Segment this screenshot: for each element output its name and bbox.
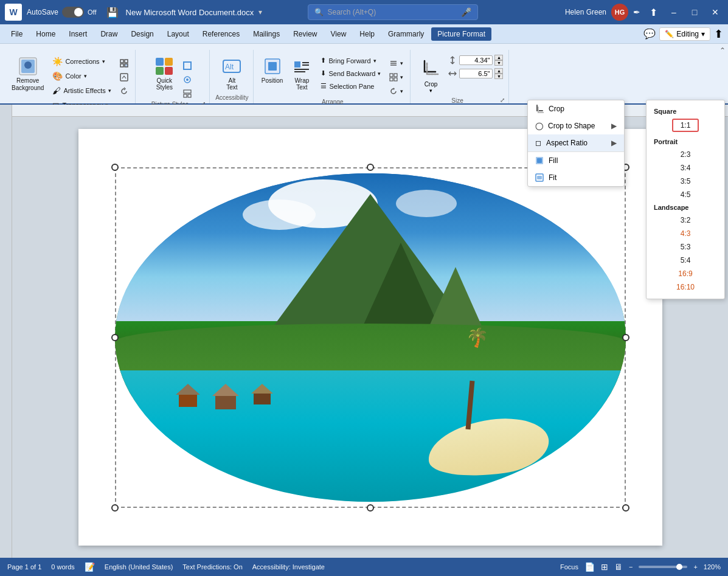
handle-middle-right[interactable] — [622, 334, 629, 341]
search-bar[interactable]: 🔍 Search (Alt+Q) 🎤 — [308, 4, 478, 20]
menu-insert[interactable]: Insert — [63, 27, 93, 41]
width-up[interactable]: ▲ — [494, 68, 503, 74]
close-btn[interactable]: ✕ — [707, 4, 723, 20]
fill-icon — [535, 156, 544, 165]
handle-bottom-left[interactable] — [111, 504, 119, 512]
height-up[interactable]: ▲ — [494, 55, 503, 60]
pen-icon[interactable]: ✒ — [633, 7, 640, 17]
menu-home[interactable]: Home — [30, 27, 61, 41]
language[interactable]: English (United States) — [105, 563, 173, 571]
crop-btn[interactable]: Crop ▾ — [417, 55, 444, 96]
handle-middle-left[interactable] — [111, 334, 119, 341]
corrections-btn[interactable]: ☀️ Corrections ▾ — [49, 55, 114, 68]
aspect-ratio-item[interactable]: ◻ Aspect Ratio ▶ — [528, 134, 624, 151]
menu-references[interactable]: References — [196, 27, 246, 41]
crop-menu-item-crop[interactable]: Crop — [528, 100, 624, 117]
filename-dropdown-arrow[interactable]: ▾ — [258, 8, 262, 16]
rotate-btn[interactable]: ▾ — [386, 85, 406, 97]
width-input[interactable] — [459, 69, 493, 78]
autosave-toggle[interactable] — [62, 7, 84, 18]
reset-picture-btn[interactable] — [117, 85, 131, 97]
quick-styles-btn[interactable]: QuickStyles — [151, 55, 178, 92]
height-input[interactable] — [459, 55, 493, 65]
width-down[interactable]: ▼ — [494, 74, 503, 79]
remove-background-btn[interactable]: RemoveBackground — [9, 55, 47, 94]
microphone-icon[interactable]: 🎤 — [461, 7, 471, 17]
handle-top-center[interactable] — [367, 164, 374, 171]
ar-2-3[interactable]: 2:3 — [647, 148, 724, 161]
menu-draw[interactable]: Draw — [94, 27, 123, 41]
height-spin[interactable]: ▲ ▼ — [494, 55, 503, 66]
fit-item[interactable]: Fit — [528, 169, 624, 186]
align-btn[interactable]: ▾ — [386, 57, 406, 69]
zoom-level[interactable]: 120% — [704, 563, 721, 571]
send-backward-btn[interactable]: ⬇ Send Backward ▾ — [317, 68, 384, 79]
zoom-plus[interactable]: + — [693, 563, 697, 571]
group-btn[interactable]: ▾ — [386, 71, 406, 83]
text-predictions[interactable]: Text Predictions: On — [182, 563, 242, 571]
svg-rect-21 — [268, 62, 277, 71]
maximize-btn[interactable]: □ — [687, 4, 702, 20]
ribbon-collapse-btn[interactable]: ⌃ — [719, 46, 726, 55]
save-icon[interactable]: 💾 — [106, 7, 119, 18]
menu-help[interactable]: Help — [353, 27, 381, 41]
ar-4-3[interactable]: 4:3 — [647, 227, 724, 240]
menu-file[interactable]: File — [5, 27, 29, 41]
handle-top-left[interactable] — [111, 164, 119, 171]
view-icon-2[interactable]: ⊞ — [601, 562, 608, 572]
picture-border-btn[interactable] — [180, 60, 195, 72]
ar-5-3[interactable]: 5:3 — [647, 240, 724, 254]
ar-16-9[interactable]: 16:9 — [647, 267, 724, 280]
minimize-btn[interactable]: – — [666, 4, 682, 20]
compress-btn[interactable] — [117, 57, 131, 69]
editing-button[interactable]: ✏️ Editing ▾ — [659, 27, 710, 41]
change-picture-btn[interactable] — [117, 71, 131, 83]
share-menu-icon[interactable]: ⬆ — [714, 27, 723, 41]
menu-view[interactable]: View — [325, 27, 353, 41]
size-expand[interactable]: ⤢ — [500, 97, 505, 103]
menu-mailings[interactable]: Mailings — [247, 27, 286, 41]
selection-pane-btn[interactable]: ☰ Selection Pane — [317, 80, 384, 92]
alt-text-btn[interactable]: Alt AltText — [218, 55, 245, 92]
view-icon-1[interactable]: 📄 — [584, 562, 595, 572]
color-btn[interactable]: 🎨 Color ▾ — [49, 69, 114, 83]
width-spin[interactable]: ▲ ▼ — [494, 68, 503, 79]
crop-to-shape-item[interactable]: ◯ Crop to Shape ▶ — [528, 117, 624, 134]
artistic-effects-btn[interactable]: 🖌 Artistic Effects ▾ — [49, 84, 114, 97]
menu-layout[interactable]: Layout — [161, 27, 195, 41]
handle-bottom-right[interactable] — [622, 504, 629, 512]
fill-item[interactable]: Fill — [528, 152, 624, 169]
picture-effects-btn[interactable] — [180, 74, 195, 86]
crop-dropdown-arrow[interactable]: ▾ — [429, 88, 432, 94]
ar-16-10[interactable]: 16:10 — [647, 280, 724, 294]
zoom-minus[interactable]: − — [629, 563, 633, 571]
word-count-icon[interactable]: 📝 — [85, 562, 95, 572]
view-icon-3[interactable]: 🖥 — [614, 562, 623, 572]
ar-3-2[interactable]: 3:2 — [647, 213, 724, 227]
zoom-slider[interactable] — [639, 566, 687, 568]
picture-layout-btn[interactable] — [180, 88, 195, 100]
menu-review[interactable]: Review — [287, 27, 323, 41]
image-container[interactable]: 🌴 — [115, 167, 626, 508]
corrections-icon: ☀️ — [52, 57, 63, 66]
height-down[interactable]: ▼ — [494, 60, 503, 66]
share-btn[interactable]: ⬆ — [645, 4, 661, 20]
position-btn[interactable]: Position — [258, 55, 286, 86]
wrap-text-btn[interactable]: WrapText — [288, 55, 315, 92]
bring-forward-btn[interactable]: ⬆ Bring Forward ▾ — [317, 55, 384, 66]
zoom-thumb[interactable] — [676, 564, 682, 570]
comments-icon[interactable]: 💬 — [643, 28, 656, 40]
ar-3-5[interactable]: 3:5 — [647, 175, 724, 188]
handle-bottom-center[interactable] — [367, 504, 374, 512]
user-avatar[interactable]: HG — [611, 4, 628, 21]
menu-picture-format[interactable]: Picture Format — [431, 27, 491, 41]
ar-1-1[interactable]: 1:1 — [672, 119, 699, 132]
ar-3-4[interactable]: 3:4 — [647, 161, 724, 175]
ar-4-5[interactable]: 4:5 — [647, 188, 724, 201]
svg-rect-11 — [165, 67, 173, 75]
focus-btn[interactable]: Focus — [560, 563, 578, 571]
menu-design[interactable]: Design — [125, 27, 159, 41]
menu-grammarly[interactable]: Grammarly — [382, 27, 430, 41]
accessibility-status[interactable]: Accessibility: Investigate — [252, 563, 325, 571]
ar-5-4[interactable]: 5:4 — [647, 254, 724, 267]
